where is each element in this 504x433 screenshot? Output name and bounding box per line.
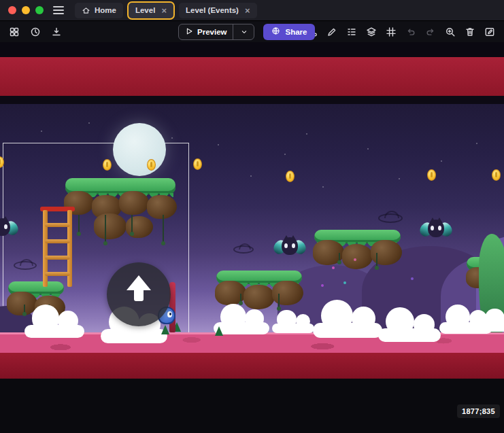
tab-home[interactable]: Home xyxy=(75,3,123,18)
toolbar-right xyxy=(285,24,497,39)
coin[interactable] xyxy=(427,169,436,181)
close-window-button[interactable] xyxy=(8,6,16,14)
toolbar-left xyxy=(7,24,64,39)
backdrop-bottom xyxy=(0,379,504,433)
globe-icon xyxy=(271,27,280,37)
menu-icon[interactable] xyxy=(53,6,64,14)
coin[interactable] xyxy=(286,171,295,182)
toolbar: Preview Share xyxy=(0,20,504,42)
ufo-outline[interactable] xyxy=(233,245,254,254)
moon[interactable] xyxy=(113,123,166,176)
tab-level[interactable]: Level× xyxy=(129,3,173,18)
traffic-lights xyxy=(8,6,44,14)
cursor-coordinates: 1877;835 xyxy=(457,404,500,418)
toolbar-center: Preview Share xyxy=(178,24,315,40)
tab-label: Home xyxy=(95,6,116,14)
undo-icon[interactable] xyxy=(403,24,418,39)
titlebar: HomeLevel×Level (Events)× xyxy=(0,0,504,20)
sparkle xyxy=(343,281,346,284)
instances-list-icon[interactable] xyxy=(344,24,359,39)
scene-canvas[interactable]: 1877;835 xyxy=(0,42,504,433)
scene-gap xyxy=(0,96,504,104)
edit-scene-icon[interactable] xyxy=(482,24,497,39)
minimize-window-button[interactable] xyxy=(22,6,30,14)
coin[interactable] xyxy=(492,169,501,181)
sparkle xyxy=(354,258,356,261)
play-icon xyxy=(185,27,193,37)
ladder[interactable] xyxy=(42,207,73,287)
ground-red xyxy=(0,353,504,379)
close-tab-icon[interactable]: × xyxy=(161,6,167,15)
tab-label: Level (Events) xyxy=(186,6,239,14)
cloud[interactable] xyxy=(272,315,314,333)
grid-icon[interactable] xyxy=(384,24,399,39)
coin[interactable] xyxy=(193,158,202,170)
sparkle xyxy=(411,277,414,280)
zoom-in-icon[interactable] xyxy=(443,24,458,39)
island-platform[interactable] xyxy=(65,178,175,266)
backdrop-top xyxy=(0,42,504,57)
cloud[interactable] xyxy=(24,313,84,338)
sparkle xyxy=(321,284,324,287)
tab-bar: HomeLevel×Level (Events)× xyxy=(75,0,257,20)
preview-button-label: Preview xyxy=(197,28,226,36)
ufo-outline[interactable] xyxy=(378,213,403,223)
bat-enemy[interactable] xyxy=(274,235,305,258)
trash-icon[interactable] xyxy=(463,24,477,39)
share-button[interactable]: Share xyxy=(263,24,315,40)
cloud[interactable] xyxy=(378,315,441,342)
coin[interactable] xyxy=(103,159,112,171)
layout-icon[interactable] xyxy=(7,24,22,39)
sparkle xyxy=(332,266,335,269)
save-icon[interactable] xyxy=(49,24,64,39)
star-field xyxy=(0,42,1,44)
redo-icon[interactable] xyxy=(423,24,438,39)
tab-level-events[interactable]: Level (Events)× xyxy=(179,3,257,18)
scene-red-band xyxy=(0,57,504,96)
cloud[interactable] xyxy=(125,328,150,338)
coin[interactable] xyxy=(147,159,156,171)
cloud[interactable] xyxy=(480,314,504,332)
close-tab-icon[interactable]: × xyxy=(245,6,250,15)
grass-tuft xyxy=(215,326,223,336)
cloud[interactable] xyxy=(313,309,382,338)
ufo-outline[interactable] xyxy=(14,261,37,270)
history-icon[interactable] xyxy=(28,24,43,39)
tab-label: Level xyxy=(135,6,155,14)
chevron-down-icon[interactable] xyxy=(237,28,251,36)
app-window: HomeLevel×Level (Events)× Preview Share … xyxy=(0,0,504,433)
home-icon xyxy=(82,6,90,15)
zoom-window-button[interactable] xyxy=(35,6,44,14)
share-button-label: Share xyxy=(285,28,307,36)
bat-enemy[interactable] xyxy=(420,218,452,241)
layers-icon[interactable] xyxy=(364,24,379,39)
preview-button[interactable]: Preview xyxy=(178,24,254,40)
pencil-icon[interactable] xyxy=(324,24,339,39)
bat-enemy[interactable] xyxy=(0,216,18,239)
divider xyxy=(233,24,233,39)
touch-up-button[interactable] xyxy=(107,262,171,326)
